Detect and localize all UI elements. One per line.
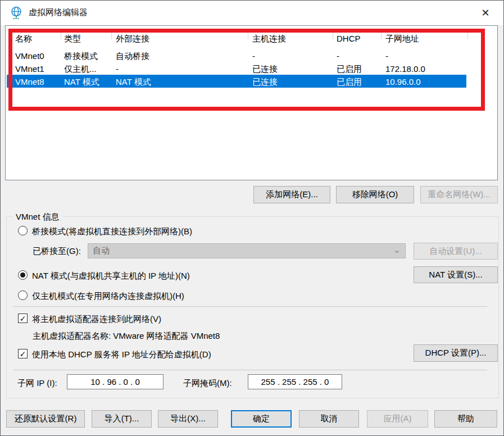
bridged-to-select: 自动 ⌄ <box>88 243 406 258</box>
bridged-mode-radio[interactable] <box>18 226 28 235</box>
network-list[interactable]: 名称 类型 外部连接 主机连接 DHCP 子网地址 VMnet0 桥接模式 自动… <box>5 25 498 180</box>
header-divider <box>381 29 382 39</box>
use-dhcp-checkbox[interactable]: ✓ <box>18 349 28 358</box>
help-button[interactable]: 帮助 <box>434 410 497 428</box>
separator <box>13 306 487 307</box>
header-divider <box>333 29 333 39</box>
cell: 172.18.0.0 <box>385 62 425 75</box>
check-icon: ✓ <box>20 315 26 323</box>
connect-adapter-checkbox[interactable]: ✓ <box>18 314 28 323</box>
subnet-ip-field[interactable]: 10 . 96 . 0 . 0 <box>67 374 164 389</box>
title-bar: 虚拟网络编辑器 ✕ <box>1 1 503 25</box>
use-dhcp-label[interactable]: 使用本地 DHCP 服务将 IP 地址分配给虚拟机(D) <box>32 349 211 360</box>
network-globe-icon <box>9 6 24 20</box>
export-button[interactable]: 导出(X)... <box>158 410 218 428</box>
nat-settings-button[interactable]: NAT 设置(S)... <box>414 266 498 283</box>
cell: - <box>385 49 388 62</box>
cell: VMnet1 <box>15 62 44 75</box>
cell: - <box>337 49 339 62</box>
subnet-ip-label: 子网 IP (I): <box>17 378 57 389</box>
bridged-to-value: 自动 <box>93 246 110 256</box>
virtual-network-editor-window: 虚拟网络编辑器 ✕ 名称 类型 外部连接 主机连接 DHCP 子网地址 VMne… <box>0 0 504 436</box>
check-icon: ✓ <box>20 350 26 358</box>
apply-button: 应用(A) <box>367 410 428 428</box>
cell: - <box>116 62 119 75</box>
restore-defaults-button[interactable]: 还原默认设置(R) <box>6 410 85 428</box>
cell: 桥接模式 <box>64 49 98 62</box>
column-header-dhcp[interactable]: DHCP <box>337 32 361 45</box>
cell: 自动桥接 <box>116 49 149 62</box>
cell: 已启用 <box>337 75 362 88</box>
cell: - <box>252 49 255 62</box>
subnet-mask-label: 子网掩码(M): <box>183 378 232 389</box>
subnet-ip-value: 10 . 96 . 0 . 0 <box>90 377 140 387</box>
header-divider <box>61 29 61 39</box>
connect-adapter-label[interactable]: 将主机虚拟适配器连接到此网络(V) <box>32 314 161 325</box>
chevron-down-icon: ⌄ <box>393 244 401 255</box>
cell: 仅主机... <box>64 62 97 75</box>
separator <box>13 370 487 370</box>
close-icon[interactable]: ✕ <box>474 5 497 21</box>
bridged-to-label: 已桥接至(G): <box>33 246 81 257</box>
subnet-mask-field[interactable]: 255 . 255 . 255 . 0 <box>248 374 342 389</box>
cancel-button[interactable]: 取消 <box>299 410 359 428</box>
bridged-mode-label[interactable]: 桥接模式(将虚拟机直接连接到外部网络)(B) <box>32 226 192 237</box>
cell: 已连接 <box>252 75 278 88</box>
add-network-button[interactable]: 添加网络(E)... <box>253 186 330 203</box>
ok-button[interactable]: 确定 <box>231 410 292 428</box>
cell: VMnet0 <box>15 49 44 62</box>
header-divider <box>111 29 112 39</box>
column-header-subnet[interactable]: 子网地址 <box>385 32 419 45</box>
adapter-name-text: 主机虚拟适配器名称: VMware 网络适配器 VMnet8 <box>33 330 220 342</box>
auto-settings-button: 自动设置(U)... <box>414 243 498 260</box>
remove-network-button[interactable]: 移除网络(O) <box>336 186 414 203</box>
cell: VMnet8 <box>15 75 44 88</box>
header-divider <box>248 29 248 39</box>
column-header-host[interactable]: 主机连接 <box>252 32 286 45</box>
column-header-external[interactable]: 外部连接 <box>116 32 149 45</box>
host-only-mode-label[interactable]: 仅主机模式(在专用网络内连接虚拟机)(H) <box>32 290 184 302</box>
cell: NAT 模式 <box>64 75 99 88</box>
nat-mode-label[interactable]: NAT 模式(与虚拟机共享主机的 IP 地址)(N) <box>32 270 190 281</box>
header-divider <box>467 29 468 39</box>
cell: 10.96.0.0 <box>385 75 421 88</box>
column-header-type[interactable]: 类型 <box>64 32 81 45</box>
rename-network-button: 重命名网络(W)... <box>420 186 498 203</box>
cell: 已连接 <box>252 62 278 75</box>
column-header-name[interactable]: 名称 <box>15 32 32 45</box>
vmnet-info-label: VMnet 信息 <box>13 212 62 222</box>
window-title: 虚拟网络编辑器 <box>29 7 88 18</box>
host-only-mode-radio[interactable] <box>18 290 28 300</box>
nat-mode-radio[interactable] <box>18 270 28 280</box>
cell: 已启用 <box>337 62 362 75</box>
subnet-mask-value: 255 . 255 . 255 . 0 <box>261 377 329 387</box>
cell: NAT 模式 <box>116 75 151 88</box>
import-button[interactable]: 导入(T)... <box>92 410 152 428</box>
dhcp-settings-button[interactable]: DHCP 设置(P)... <box>414 344 498 362</box>
